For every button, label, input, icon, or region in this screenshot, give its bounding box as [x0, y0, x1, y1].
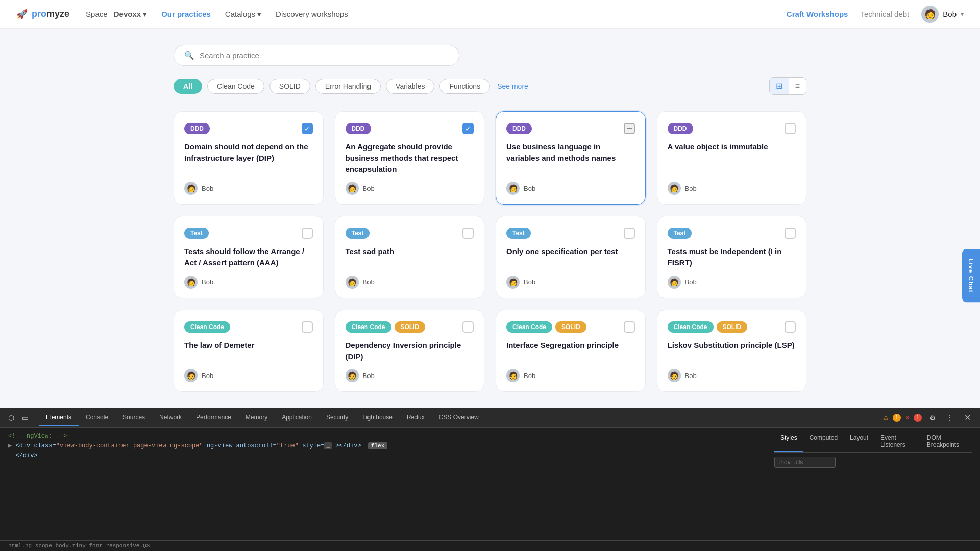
- author-avatar: 🧑: [506, 369, 520, 382]
- author-avatar: 🧑: [668, 182, 681, 195]
- practice-card[interactable]: Clean Code The law of Demeter 🧑 Bob: [174, 310, 324, 392]
- filter-row: All Clean Code SOLID Error Handling Vari…: [174, 77, 806, 95]
- author-name: Bob: [685, 372, 697, 380]
- practice-card[interactable]: Clean CodeSOLID Interface Segregation pr…: [496, 310, 646, 392]
- card-checkbox[interactable]: [302, 321, 313, 333]
- brand-logo[interactable]: 🚀 promyze: [16, 9, 69, 20]
- card-title: Only one specification per test: [506, 246, 635, 268]
- search-icon: 🔍: [184, 51, 194, 60]
- card-footer: 🧑 Bob: [506, 369, 635, 382]
- card-checkbox[interactable]: [302, 228, 313, 239]
- cards-grid: DDD ✓ Domain should not depend on the In…: [174, 111, 806, 392]
- chevron-down-icon: ▾: [257, 10, 261, 19]
- author-avatar: 🧑: [184, 276, 198, 289]
- practice-card[interactable]: DDD ✓ Domain should not depend on the In…: [174, 111, 324, 205]
- card-header: Test: [184, 228, 313, 239]
- card-title: Interface Segregation principle: [506, 340, 635, 362]
- card-tag: Clean Code: [668, 321, 714, 333]
- nav-right: Craft Workshops Technical debt 🧑 Bob ▾: [787, 6, 964, 23]
- author-name: Bob: [202, 278, 213, 286]
- card-footer: 🧑 Bob: [184, 276, 313, 289]
- filter-chip-all[interactable]: All: [174, 79, 202, 94]
- card-header: Clean CodeSOLID: [346, 321, 474, 333]
- practice-card[interactable]: Test Tests should follow the Arrange / A…: [174, 216, 324, 298]
- card-checkbox[interactable]: [624, 321, 635, 333]
- card-footer: 🧑 Bob: [346, 182, 474, 195]
- practice-card[interactable]: Clean CodeSOLID Liskov Substitution prin…: [657, 310, 807, 392]
- author-name: Bob: [363, 372, 375, 380]
- filter-chip-cleancode[interactable]: Clean Code: [207, 79, 264, 94]
- card-checkbox[interactable]: ✓: [302, 123, 313, 134]
- card-checkbox[interactable]: ✓: [462, 123, 474, 134]
- craft-workshops-link[interactable]: Craft Workshops: [787, 10, 848, 18]
- see-more-link[interactable]: See more: [497, 82, 528, 90]
- user-name: Bob: [943, 10, 957, 18]
- card-checkbox[interactable]: [785, 123, 796, 134]
- nav-item-our-practices[interactable]: Our practices: [161, 10, 211, 18]
- author-avatar: 🧑: [668, 276, 681, 289]
- card-checkbox[interactable]: [624, 228, 635, 239]
- card-header: Test: [668, 228, 796, 239]
- user-menu[interactable]: 🧑 Bob ▾: [921, 6, 964, 23]
- practice-card[interactable]: Test Only one specification per test 🧑 B…: [496, 216, 646, 298]
- author-name: Bob: [524, 372, 535, 380]
- tag-group: Test: [346, 228, 370, 239]
- view-toggle: ⊞ ≡: [769, 77, 806, 95]
- author-name: Bob: [363, 185, 375, 192]
- card-tag: Test: [184, 228, 209, 239]
- author-avatar: 🧑: [346, 369, 359, 382]
- tag-group: DDD: [506, 123, 532, 134]
- card-header: DDD: [668, 123, 796, 134]
- author-avatar: 🧑: [668, 369, 681, 382]
- author-name: Bob: [685, 278, 697, 286]
- rocket-icon: 🚀: [16, 9, 28, 20]
- practice-card[interactable]: Test Test sad path 🧑 Bob: [335, 216, 485, 298]
- technical-debt-link[interactable]: Technical debt: [860, 10, 909, 18]
- practice-card[interactable]: DDD A value object is immutable 🧑 Bob: [657, 111, 807, 205]
- brand-name: promyze: [32, 9, 69, 19]
- card-tag: DDD: [506, 123, 532, 134]
- search-input[interactable]: [200, 51, 449, 60]
- nav-item-space[interactable]: Space Devoxx ▾: [86, 10, 147, 19]
- nav-item-catalogs[interactable]: Catalogs ▾: [225, 10, 261, 19]
- tag-group: Clean CodeSOLID: [668, 321, 748, 333]
- author-avatar: 🧑: [506, 276, 520, 289]
- card-header: Clean Code: [184, 321, 313, 333]
- tag-group: DDD: [668, 123, 693, 134]
- card-footer: 🧑 Bob: [506, 182, 635, 195]
- grid-view-button[interactable]: ⊞: [770, 78, 789, 94]
- nav-item-discovery-workshops[interactable]: Discovery workshops: [276, 10, 348, 18]
- navbar: 🚀 promyze Space Devoxx ▾ Our practices C…: [0, 0, 980, 29]
- card-header: DDD ✓: [184, 123, 313, 134]
- card-tag: SOLID: [555, 321, 586, 333]
- filter-chip-solid[interactable]: SOLID: [270, 79, 310, 94]
- card-footer: 🧑 Bob: [668, 182, 796, 195]
- card-checkbox[interactable]: [462, 321, 474, 333]
- author-name: Bob: [202, 185, 213, 192]
- practice-card[interactable]: DDD Use business language in variables a…: [496, 111, 646, 205]
- author-name: Bob: [524, 278, 535, 286]
- card-checkbox[interactable]: [462, 228, 474, 239]
- card-checkbox[interactable]: [624, 123, 635, 134]
- practice-card[interactable]: Clean CodeSOLID Dependency Inversion pri…: [335, 310, 485, 392]
- card-tag: DDD: [184, 123, 210, 134]
- practice-card[interactable]: DDD ✓ An Aggregate should provide busine…: [335, 111, 485, 205]
- author-avatar: 🧑: [346, 276, 359, 289]
- card-title: Liskov Substitution principle (LSP): [668, 340, 796, 362]
- card-tag: Test: [346, 228, 370, 239]
- filter-chip-variables[interactable]: Variables: [386, 79, 434, 94]
- tag-group: Clean CodeSOLID: [506, 321, 586, 333]
- filter-chip-error-handling[interactable]: Error Handling: [315, 79, 381, 94]
- author-name: Bob: [202, 372, 213, 380]
- practice-card[interactable]: Test Tests must be Independent (I in FIS…: [657, 216, 807, 298]
- card-checkbox[interactable]: [785, 228, 796, 239]
- filter-chip-functions[interactable]: Functions: [439, 79, 490, 94]
- card-footer: 🧑 Bob: [184, 182, 313, 195]
- card-checkbox[interactable]: [785, 321, 796, 333]
- tag-group: Test: [184, 228, 209, 239]
- live-chat-widget[interactable]: Live Chat: [962, 249, 980, 302]
- list-view-button[interactable]: ≡: [789, 78, 806, 94]
- card-footer: 🧑 Bob: [184, 369, 313, 382]
- tag-group: DDD: [184, 123, 210, 134]
- main-content: 🔍 All Clean Code SOLID Error Handling Va…: [133, 29, 847, 408]
